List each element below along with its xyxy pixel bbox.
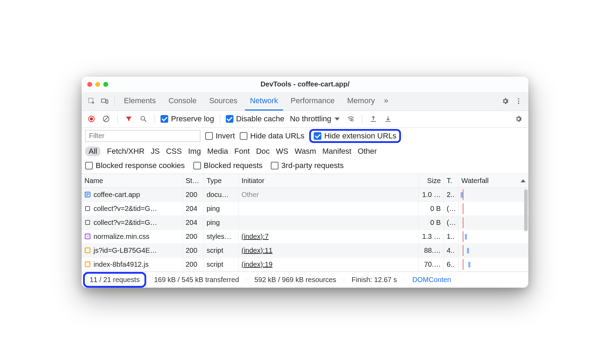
checkbox-icon [161, 115, 168, 123]
tab-elements[interactable]: Elements [119, 92, 161, 111]
search-icon[interactable] [138, 113, 149, 124]
filter-toggle-icon[interactable] [123, 113, 134, 124]
filter-type-css[interactable]: CSS [166, 147, 182, 156]
filter-type-js[interactable]: JS [151, 147, 160, 156]
third-party-label: 3rd-party requests [281, 161, 344, 170]
dropdown-icon [335, 117, 340, 121]
network-conditions-icon[interactable] [345, 113, 356, 124]
clear-log-button[interactable] [101, 113, 112, 124]
table-row[interactable]: collect?v=2&tid=G…204ping0 B(… [82, 216, 528, 230]
invert-label: Invert [216, 131, 235, 141]
filter-type-doc[interactable]: Doc [256, 147, 270, 156]
request-name: js?id=G-LB75G4E… [94, 247, 157, 255]
hide-extension-highlight: Hide extension URLs [309, 129, 401, 143]
hide-ext-label: Hide extension URLs [324, 131, 396, 141]
checkbox-icon [226, 115, 233, 123]
finish-time: Finish: 12.67 s [344, 276, 404, 284]
filter-type-fetchxhr[interactable]: Fetch/XHR [107, 147, 144, 156]
initiator-link[interactable]: (index):7 [241, 233, 269, 241]
filter-type-other[interactable]: Other [358, 147, 377, 156]
preserve-log-checkbox[interactable]: Preserve log [161, 114, 214, 123]
waterfall-cell [459, 216, 528, 229]
divider [117, 114, 118, 123]
file-type-icon [84, 219, 91, 226]
col-initiator[interactable]: Initiator [239, 174, 419, 188]
export-har-icon[interactable] [368, 113, 379, 124]
waterfall-marker [463, 203, 463, 214]
checkbox-icon [240, 132, 247, 140]
table-row[interactable]: js?id=G-LB75G4E…200script(index):1188.…4… [82, 244, 528, 258]
filter-type-ws[interactable]: WS [276, 147, 288, 156]
throttling-dropdown[interactable]: No throttling [288, 114, 342, 123]
col-name[interactable]: Name [82, 174, 183, 188]
filter-type-wasm[interactable]: Wasm [295, 147, 316, 156]
table-header: Name St… Type Initiator Size T. Waterfal… [82, 174, 528, 188]
waterfall-marker [463, 217, 463, 228]
request-time: (… [444, 202, 459, 215]
svg-rect-21 [85, 262, 90, 267]
col-type[interactable]: Type [204, 174, 239, 188]
svg-line-9 [104, 117, 108, 121]
col-waterfall[interactable]: Waterfall [459, 174, 528, 188]
hide-data-label: Hide data URLs [250, 131, 304, 141]
tab-sources[interactable]: Sources [204, 92, 242, 111]
throttling-value: No throttling [290, 114, 332, 123]
kebab-menu-icon[interactable] [513, 96, 524, 107]
waterfall-cell [459, 258, 528, 271]
settings-icon[interactable] [500, 96, 511, 107]
hide-data-urls-checkbox[interactable]: Hide data URLs [240, 131, 304, 141]
tab-memory[interactable]: Memory [342, 92, 380, 111]
request-time: 6.. [444, 258, 459, 271]
network-settings-icon[interactable] [513, 113, 524, 124]
file-type-icon [84, 233, 91, 240]
request-size: 0 B [419, 202, 444, 215]
filter-type-all[interactable]: All [85, 146, 101, 156]
requests-count-highlight: 11 / 21 requests [83, 272, 146, 288]
third-party-checkbox[interactable]: 3rd-party requests [271, 161, 344, 170]
divider [114, 97, 115, 106]
checkbox-icon [85, 162, 93, 169]
svg-point-3 [518, 98, 519, 100]
import-har-icon[interactable] [382, 113, 394, 124]
tab-network[interactable]: Network [245, 92, 283, 111]
resources-size: 592 kB / 969 kB resources [247, 276, 344, 284]
initiator-link[interactable]: (index):11 [241, 247, 273, 255]
filter-type-media[interactable]: Media [207, 147, 228, 156]
domcontent-link[interactable]: DOMConten [405, 276, 459, 284]
table-row[interactable]: collect?v=2&tid=G…204ping0 B(… [82, 202, 528, 216]
request-status: 200 [183, 258, 204, 271]
request-type: docu… [204, 188, 239, 202]
devtools-window: DevTools - coffee-cart.app/ ElementsCons… [82, 77, 528, 288]
tab-console[interactable]: Console [164, 92, 202, 111]
filter-input[interactable] [85, 130, 200, 142]
file-type-icon [84, 261, 91, 267]
request-name: normalize.min.css [94, 233, 149, 241]
device-toolbar-icon[interactable] [99, 96, 110, 107]
blocked-cookies-checkbox[interactable]: Blocked response cookies [85, 161, 185, 170]
more-tabs-button[interactable]: » [382, 92, 390, 111]
col-time[interactable]: T. [444, 174, 459, 188]
hide-extension-urls-checkbox[interactable]: Hide extension URLs [314, 131, 396, 141]
table-row[interactable]: coffee-cart.app200docu…Other1.0 …2.. [82, 188, 528, 202]
filter-type-img[interactable]: Img [188, 147, 201, 156]
initiator-link[interactable]: (index):19 [241, 260, 273, 268]
tab-performance[interactable]: Performance [286, 92, 340, 111]
filter-type-manifest[interactable]: Manifest [322, 147, 351, 156]
requests-table: Name St… Type Initiator Size T. Waterfal… [82, 174, 528, 272]
col-size[interactable]: Size [419, 174, 444, 188]
invert-checkbox[interactable]: Invert [205, 131, 235, 141]
table-row[interactable]: index-8bfa4912.js200script(index):1970.…… [82, 258, 528, 272]
divider [155, 114, 155, 123]
table-row[interactable]: normalize.min.css200styles…(index):71.3 … [82, 230, 528, 244]
waterfall-marker [463, 245, 463, 256]
col-status[interactable]: St… [183, 174, 204, 188]
request-time: 4.. [444, 244, 459, 257]
checkbox-icon [314, 132, 321, 140]
request-name: index-8bfa4912.js [94, 260, 149, 268]
record-button[interactable] [86, 113, 97, 124]
filter-type-font[interactable]: Font [235, 147, 250, 156]
disable-cache-checkbox[interactable]: Disable cache [226, 114, 284, 123]
inspect-element-icon[interactable] [86, 96, 97, 107]
blocked-requests-checkbox[interactable]: Blocked requests [193, 161, 263, 170]
titlebar: DevTools - coffee-cart.app/ [82, 77, 528, 92]
